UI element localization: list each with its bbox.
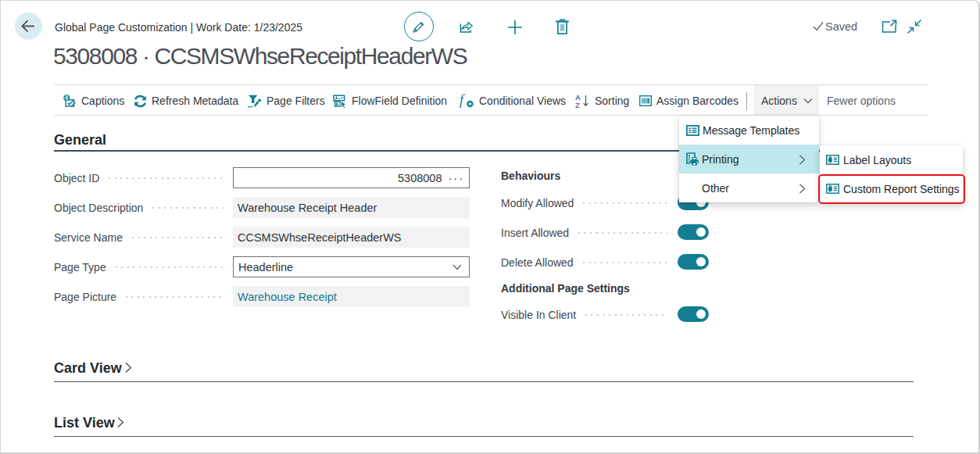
svg-text:Z: Z [575,101,580,109]
svg-text:f: f [460,94,466,108]
